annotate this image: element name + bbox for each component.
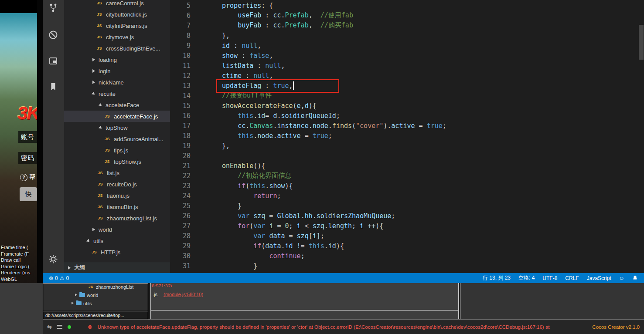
line-number: 13 xyxy=(170,82,191,90)
notifications-bell-icon[interactable] xyxy=(632,275,638,281)
tree-file-citymove.js[interactable]: JScitymove.js xyxy=(64,31,170,43)
tree-file-cityInitParams.js[interactable]: JScityInitParams.js xyxy=(64,20,170,31)
tree-item-label: cityInitParams.js xyxy=(106,23,147,29)
tree-folder-login[interactable]: login xyxy=(64,65,170,77)
console-error-message[interactable]: Unknown type of acceletateFace.updateFla… xyxy=(98,324,583,330)
tree-folder-utils[interactable]: utils xyxy=(64,235,170,246)
line-number: 9 xyxy=(170,42,191,50)
code-line-6[interactable]: 6 useFab : cc.Prefab, //使用fab xyxy=(170,10,644,20)
code-line-8[interactable]: 8}, xyxy=(170,30,644,40)
code-line-27[interactable]: 27 for(var i = 0; i < szq.length; i ++){ xyxy=(170,221,644,231)
code-line-23[interactable]: 23 if(this.show){ xyxy=(170,181,644,191)
line-number: 12 xyxy=(170,72,191,80)
language-mode[interactable]: JavaScript xyxy=(587,275,611,281)
tree-folder-world[interactable]: world xyxy=(64,224,170,235)
tree-folder-loading[interactable]: loading xyxy=(64,54,170,65)
tree-item-label: login xyxy=(99,68,110,74)
line-text: ctime : null, xyxy=(191,72,273,80)
tree-file-list.js[interactable]: JSlist.js xyxy=(64,167,170,179)
code-line-19[interactable]: 19}, xyxy=(170,141,644,151)
source-control-icon[interactable] xyxy=(47,2,59,14)
code-line-29[interactable]: 29 if(data.id != this.id){ xyxy=(170,241,644,251)
stack-trace-link[interactable]: (module.js:580:10) xyxy=(164,292,203,297)
code-line-16[interactable]: 16 this.id= d.soidierQueueId; xyxy=(170,111,644,121)
profiler-stats: Frame time (Framerate (FDraw callGame Lo… xyxy=(1,244,30,282)
tree-folder-accelateFace[interactable]: accelateFace xyxy=(64,99,170,111)
tree-folder-nickName[interactable]: nickName xyxy=(64,77,170,88)
code-line-7[interactable]: 7 buyFab : cc.Prefab, //购买fab xyxy=(170,20,644,30)
code-line-18[interactable]: 18 this.node.active = true; xyxy=(170,131,644,141)
tree-file-HTTP.js[interactable]: JSHTTP.js xyxy=(64,246,170,258)
cocos-window-left xyxy=(0,283,43,334)
screenshot-icon[interactable] xyxy=(47,55,59,67)
stack-trace-link[interactable]: 8:571:32) xyxy=(152,283,172,287)
quick-button[interactable]: 快 xyxy=(20,187,37,201)
assets-tree: JSzhaomuzhongListworldutils xyxy=(43,283,148,307)
code-line-15[interactable]: 15showAccelerateFace(e,d){ xyxy=(170,101,644,111)
tree-file-addSourceAnimal...[interactable]: JSaddSourceAnimal... xyxy=(64,133,170,145)
tree-file-zhaomuzhongList.js[interactable]: JSzhaomuzhongList.js xyxy=(64,213,170,224)
tree-file-cameControl.js[interactable]: JScameControl.js xyxy=(64,0,170,9)
tree-item-label: accelateFace xyxy=(106,102,139,108)
code-line-30[interactable]: 30 continue; xyxy=(170,251,644,261)
account-field[interactable]: 账号 xyxy=(18,131,37,143)
refresh-icon[interactable]: ⇆ xyxy=(47,324,52,330)
code-line-10[interactable]: 10show : false, xyxy=(170,51,644,61)
list-icon[interactable] xyxy=(57,325,62,329)
asset-item-label: utils xyxy=(83,301,92,306)
asset-file-zhaomuzhongList[interactable]: JSzhaomuzhongList xyxy=(43,283,148,291)
line-text: var szq = Global.hh.soldiersZhaoMuQueue; xyxy=(191,212,395,220)
line-text: showAccelerateFace(e,d){ xyxy=(191,102,317,110)
blocked-icon[interactable] xyxy=(47,29,59,41)
tree-file-crossBudingBtnEve...[interactable]: JScrossBudingBtnEve... xyxy=(64,43,170,54)
eol-setting[interactable]: CRLF xyxy=(565,275,579,281)
code-line-11[interactable]: 11listData : null, xyxy=(170,61,644,71)
tree-file-acceletateFace.js[interactable]: JSacceletateFace.js xyxy=(64,111,170,122)
code-line-28[interactable]: 28 var data = szq[i]; xyxy=(170,231,644,241)
settings-gear-icon[interactable] xyxy=(47,253,59,265)
tree-file-citybuttonclick.js[interactable]: JScitybuttonclick.js xyxy=(64,9,170,20)
code-line-9[interactable]: 9id : null, xyxy=(170,40,644,51)
tree-file-tips.js[interactable]: JStips.js xyxy=(64,145,170,156)
tree-file-tiaomuBtn.js[interactable]: JStiaomuBtn.js xyxy=(64,201,170,213)
outline-section-header[interactable]: 大纲 xyxy=(64,262,170,273)
js-file-icon: JS xyxy=(89,285,95,289)
code-line-31[interactable]: 31 } xyxy=(170,261,644,271)
code-line-5[interactable]: 5properties: { xyxy=(170,0,644,10)
problems-indicator[interactable]: ⊗ 0 ⚠ 0 xyxy=(49,275,69,281)
tree-folder-recuite[interactable]: recuite xyxy=(64,88,170,99)
encoding-setting[interactable]: UTF-8 xyxy=(542,275,557,281)
asset-folder-utils[interactable]: utils xyxy=(43,299,148,307)
code-line-22[interactable]: 22 //初始化界面信息 xyxy=(170,171,644,181)
js-file-icon: JS xyxy=(105,148,112,152)
code-line-26[interactable]: 26 var szq = Global.hh.soldiersZhaoMuQue… xyxy=(170,211,644,221)
line-text: for(var i = 0; i < szq.length; i ++){ xyxy=(191,222,383,230)
code-line-17[interactable]: 17 cc.Canvas.instance.node.finds("cover"… xyxy=(170,121,644,131)
js-file-icon: JS xyxy=(98,193,105,198)
account-label: 账号 xyxy=(21,133,34,141)
indentation-setting[interactable]: 空格: 4 xyxy=(518,274,535,282)
code-line-24[interactable]: 24 return; xyxy=(170,191,644,201)
js-file-icon: JS xyxy=(98,171,105,175)
warning-count-icon: ⚠ xyxy=(60,275,65,281)
warning-count: 0 xyxy=(66,275,69,281)
password-field[interactable]: 密码 xyxy=(18,152,37,164)
help-button[interactable]: ? 帮 xyxy=(20,173,35,181)
js-file-icon: JS xyxy=(98,205,105,209)
code-line-21[interactable]: 21onEnable(){ xyxy=(170,161,644,171)
red-highlight-box xyxy=(216,79,339,93)
bookmark-icon[interactable] xyxy=(47,81,59,93)
feedback-smiley-icon[interactable]: ☺ xyxy=(619,275,624,281)
editor-scrollbar[interactable] xyxy=(639,25,644,60)
tree-file-recuiteDo.js[interactable]: JSrecuiteDo.js xyxy=(64,179,170,190)
tree-file-tiaomu.js[interactable]: JStiaomu.js xyxy=(64,190,170,201)
tree-file-topShow.js[interactable]: JStopShow.js xyxy=(64,156,170,167)
code-line-20[interactable]: 20 xyxy=(170,151,644,161)
code-editor[interactable]: 5properties: {6 useFab : cc.Prefab, //使用… xyxy=(170,0,644,273)
cursor-position[interactable]: 行 13, 列 23 xyxy=(483,274,511,282)
line-number: 18 xyxy=(170,132,191,140)
tree-folder-topShow[interactable]: topShow xyxy=(64,122,170,133)
asset-folder-world[interactable]: world xyxy=(43,291,148,299)
code-line-25[interactable]: 25 } xyxy=(170,201,644,211)
chevron-collapsed-icon xyxy=(92,57,96,62)
